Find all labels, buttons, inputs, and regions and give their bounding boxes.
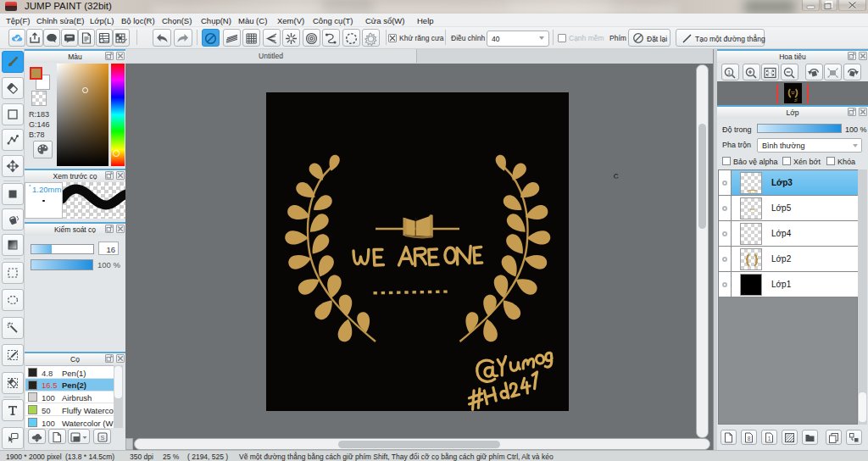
svg-text:S: S [100,434,104,442]
svg-text:1: 1 [727,68,731,75]
svg-text:8: 8 [748,436,751,442]
svg-text:1: 1 [768,436,771,442]
